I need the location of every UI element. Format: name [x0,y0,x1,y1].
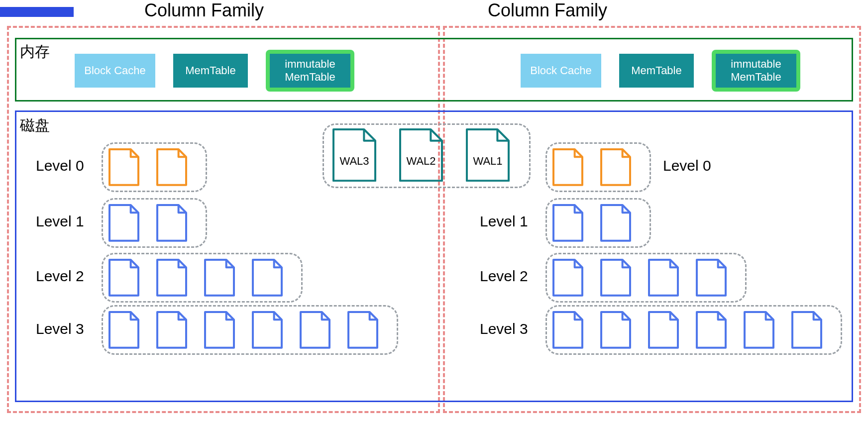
file-icon [252,259,283,297]
wal-file: WAL2 [399,128,443,184]
sst-file [204,311,235,351]
column-family-title-right: Column Family [488,0,607,21]
file-icon [156,311,187,349]
file-icon: WAL2 [399,128,443,182]
level-label: Level 2 [480,268,528,285]
sst-file [108,259,139,299]
sst-file [600,311,631,351]
file-icon [696,259,727,297]
level-label: Level 3 [480,320,528,337]
sst-file [204,259,235,299]
block-cache-left: Block Cache [75,54,155,88]
sst-file [648,259,679,299]
file-icon [744,311,774,349]
svg-text:WAL3: WAL3 [339,155,369,167]
sst-file [108,311,139,351]
level-label: Level 1 [36,213,84,230]
file-icon [347,311,378,349]
sst-file [696,259,727,299]
level-label: Level 1 [480,213,528,230]
file-icon [108,148,139,186]
file-icon [108,204,139,242]
sst-file [108,148,139,188]
sst-file [744,311,774,351]
sst-file [696,311,727,351]
sst-file [600,259,631,299]
sst-file [552,148,583,188]
sst-file [552,259,583,299]
file-icon: WAL1 [466,128,510,182]
level-label: Level 0 [36,157,84,174]
svg-text:WAL2: WAL2 [406,155,435,167]
file-icon [696,311,727,349]
sst-file [300,311,330,351]
file-icon: WAL3 [332,128,376,182]
wal-file: WAL1 [466,128,510,184]
level-label: Level 3 [36,320,84,337]
file-icon [791,311,822,349]
file-icon [156,259,187,297]
sst-file [252,259,283,299]
level-label: Level 0 [663,157,711,174]
sst-file [552,311,583,351]
sst-file [156,259,187,299]
file-icon [552,311,583,349]
file-icon [204,311,235,349]
disk-label: 磁盘 [20,115,50,136]
file-icon [600,311,631,349]
sst-file [252,311,283,351]
svg-text:WAL1: WAL1 [473,155,502,167]
file-icon [648,259,679,297]
column-family-title-left: Column Family [144,0,264,21]
sst-file [108,204,139,244]
file-icon [552,148,583,186]
file-icon [552,204,583,242]
file-icon [600,204,631,242]
file-icon [108,311,139,349]
wal-file: WAL3 [332,128,376,184]
immutable-memtable-left: immutable MemTable [270,54,350,88]
file-icon [156,204,187,242]
block-cache-right: Block Cache [521,54,601,88]
file-icon [648,311,679,349]
file-icon [204,259,235,297]
sst-file [156,204,187,244]
sst-file [156,148,187,188]
file-icon [300,311,330,349]
file-icon [156,148,187,186]
file-icon [108,259,139,297]
sst-file [648,311,679,351]
level-label: Level 2 [36,268,84,285]
memory-label: 内存 [20,42,50,62]
memtable-left: MemTable [173,54,248,88]
memtable-right: MemTable [619,54,694,88]
file-icon [252,311,283,349]
immutable-memtable-right: immutable MemTable [716,54,796,88]
sst-file [600,204,631,244]
sst-file [156,311,187,351]
sst-file [791,311,822,351]
sst-file [600,148,631,188]
file-icon [600,148,631,186]
diagram-root: { "colors":{ "orange":"#f59323", "blue":… [0,0,868,424]
file-icon [552,259,583,297]
sst-file [347,311,378,351]
top-bar [0,7,74,17]
sst-file [552,204,583,244]
file-icon [600,259,631,297]
